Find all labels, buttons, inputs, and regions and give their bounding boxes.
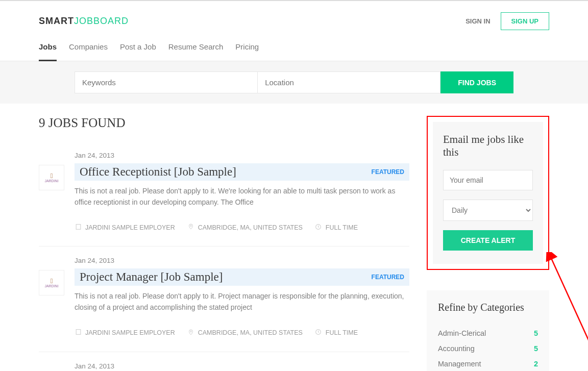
site-logo[interactable]: SMARTJOBBOARD — [39, 16, 129, 27]
nav-resume-search[interactable]: Resume Search — [168, 42, 224, 61]
create-alert-button[interactable]: CREATE ALERT — [443, 230, 533, 251]
job-type: FULL TIME — [315, 329, 358, 337]
alert-email-input[interactable] — [443, 170, 533, 190]
employer-logo-text: JARDINI — [44, 284, 58, 288]
location-input[interactable] — [258, 71, 440, 93]
job-employer[interactable]: JARDINI SAMPLE EMPLOYER — [75, 224, 175, 232]
job-description: This is not a real job. Please don't app… — [75, 291, 409, 313]
featured-badge: FEATURED — [372, 274, 404, 281]
bird-icon: 𓅓 — [51, 278, 53, 284]
nav-post-a-job[interactable]: Post a Job — [120, 42, 156, 61]
find-jobs-button[interactable]: FIND JOBS — [440, 71, 513, 93]
job-type: FULL TIME — [315, 224, 358, 232]
job-employer[interactable]: JARDINI SAMPLE EMPLOYER — [75, 329, 175, 337]
pin-icon — [187, 329, 194, 337]
featured-badge: FEATURED — [372, 168, 404, 176]
annotation-arrow-icon — [546, 252, 588, 354]
svg-line-10 — [551, 257, 588, 349]
pin-icon — [187, 223, 194, 232]
page-title: 9 JOBS FOUND — [39, 116, 409, 130]
nav-companies[interactable]: Companies — [69, 42, 108, 61]
building-icon — [75, 329, 82, 337]
clock-icon — [315, 224, 322, 232]
sign-up-button[interactable]: SIGN UP — [501, 12, 549, 30]
job-location[interactable]: CAMBRIDGE, MA, UNITED STATES — [187, 329, 303, 337]
svg-rect-0 — [76, 225, 81, 230]
refine-item[interactable]: Accounting 5 — [438, 341, 538, 356]
email-alert-box: Email me jobs like this Daily CREATE ALE… — [427, 116, 549, 270]
employer-logo[interactable]: 𓅓 JARDINI — [39, 270, 64, 295]
svg-point-5 — [190, 226, 192, 227]
clock-icon — [315, 329, 322, 337]
job-date: Jan 24, 2013 — [75, 257, 409, 264]
job-title: Office Receptionist [Job Sample] — [80, 165, 236, 179]
job-date: Jan 24, 2013 — [75, 362, 409, 370]
job-title-row[interactable]: Project Manager [Job Sample] FEATURED — [75, 268, 409, 286]
refine-item[interactable]: Management 2 — [438, 356, 538, 371]
job-description: This is not a real job. Please don't app… — [75, 186, 409, 208]
building-icon — [75, 224, 82, 232]
refine-categories-box: Refine by Categories Admin-Clerical 5 Ac… — [427, 290, 549, 371]
refine-heading: Refine by Categories — [438, 302, 538, 313]
sign-in-link[interactable]: SIGN IN — [465, 17, 490, 25]
bird-icon: 𓅓 — [51, 172, 53, 179]
alert-frequency-select[interactable]: Daily — [443, 200, 533, 221]
job-location[interactable]: CAMBRIDGE, MA, UNITED STATES — [187, 223, 303, 232]
nav-jobs[interactable]: Jobs — [39, 42, 57, 61]
svg-rect-7 — [76, 330, 81, 335]
keywords-input[interactable] — [75, 71, 258, 93]
refine-item[interactable]: Admin-Clerical 5 — [438, 326, 538, 341]
job-card: 𓅓 JARDINI Jan 24, 2013 Project Manager [… — [39, 246, 409, 352]
employer-logo-text: JARDINI — [44, 179, 58, 183]
job-card: Jan 24, 2013 — [39, 352, 409, 371]
main-nav: Jobs Companies Post a Job Resume Search … — [0, 33, 588, 61]
job-date: Jan 24, 2013 — [75, 152, 409, 159]
job-title: Project Manager [Job Sample] — [80, 270, 223, 284]
job-title-row[interactable]: Office Receptionist [Job Sample] FEATURE… — [75, 163, 409, 181]
employer-logo[interactable]: 𓅓 JARDINI — [39, 165, 64, 190]
svg-point-8 — [190, 331, 192, 332]
nav-pricing[interactable]: Pricing — [235, 42, 259, 61]
job-card: 𓅓 JARDINI Jan 24, 2013 Office Receptioni… — [39, 141, 409, 246]
alert-heading: Email me jobs like this — [443, 133, 533, 159]
